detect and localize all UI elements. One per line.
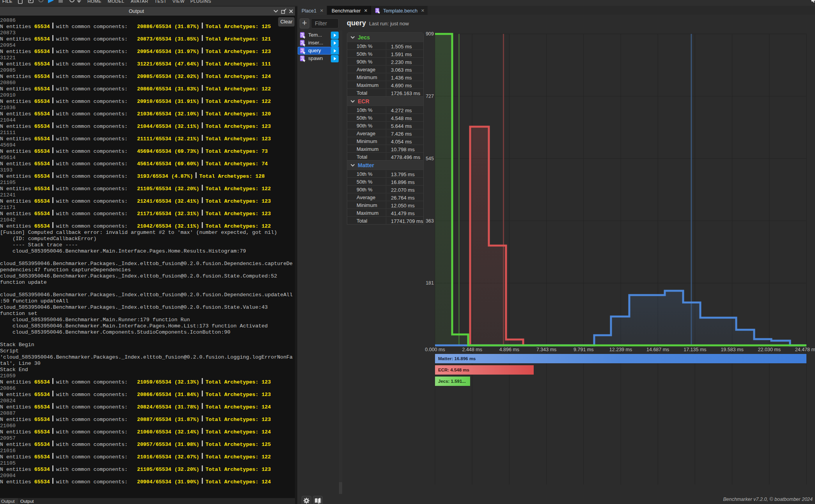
svg-text:909: 909 (426, 31, 434, 37)
svg-text:12.239 ms: 12.239 ms (609, 347, 632, 352)
svg-text:22.030 ms: 22.030 ms (758, 347, 781, 352)
svg-text:181: 181 (426, 280, 434, 286)
svg-text:2.448 ms: 2.448 ms (462, 347, 482, 352)
svg-text:19.583 ms: 19.583 ms (721, 347, 743, 352)
svg-text:9.791 ms: 9.791 ms (574, 347, 593, 352)
svg-text:17.135 ms: 17.135 ms (684, 347, 706, 352)
svg-text:545: 545 (426, 156, 434, 161)
svg-text:363: 363 (426, 218, 434, 224)
svg-text:7.343 ms: 7.343 ms (536, 347, 556, 352)
svg-text:4.896 ms: 4.896 ms (499, 347, 519, 352)
svg-text:14.687 ms: 14.687 ms (646, 347, 669, 352)
svg-text:24.478 ms: 24.478 ms (795, 347, 815, 352)
svg-text:Matter: 16.896 ms: Matter: 16.896 ms (438, 356, 476, 361)
svg-text:ECR: 4.548 ms: ECR: 4.548 ms (438, 368, 469, 372)
svg-text:0.000 ms: 0.000 ms (425, 347, 445, 352)
svg-text:Jecs: 1.591...: Jecs: 1.591... (438, 379, 466, 384)
svg-text:727: 727 (426, 94, 434, 99)
